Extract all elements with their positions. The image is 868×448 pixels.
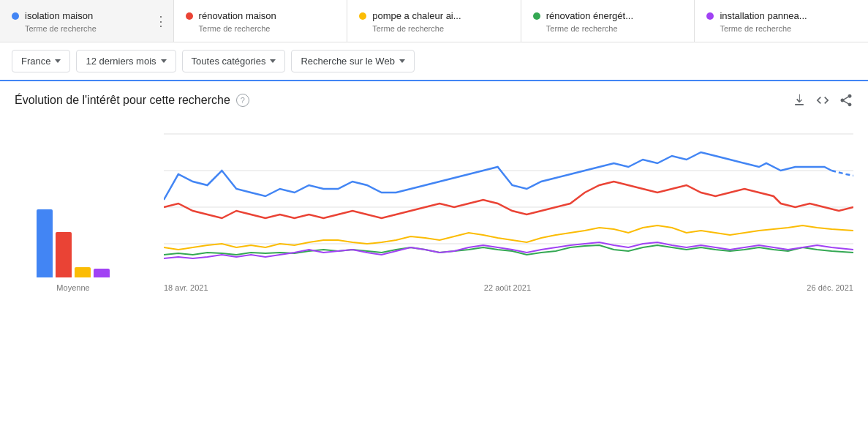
bar-3 (75, 267, 91, 277)
term-label-3: Terme de recherche (359, 24, 509, 33)
search-term-item-3[interactable]: pompe a chaleur ai... Terme de recherche (347, 0, 521, 42)
search-term-item-1[interactable]: isolation maison ⋮ Terme de recherche (0, 0, 174, 42)
category-filter[interactable]: Toutes catégories (182, 50, 286, 72)
x-axis-labels: 18 avr. 2021 22 août 2021 26 déc. 2021 (164, 280, 853, 292)
chart-actions (792, 93, 853, 108)
term-name-2: rénovation maison (199, 10, 276, 21)
period-chevron (161, 59, 167, 63)
country-filter[interactable]: France (12, 50, 70, 72)
search-term-item-2[interactable]: rénovation maison Terme de recherche (174, 0, 348, 42)
term-more-btn-1[interactable]: ⋮ (154, 13, 167, 29)
country-chevron (55, 59, 61, 63)
line-blue-dashed (831, 171, 853, 176)
term-name-3: pompe a chaleur ai... (372, 10, 461, 21)
period-label: 12 derniers mois (86, 56, 156, 67)
x-label-3: 26 déc. 2021 (807, 283, 853, 292)
search-term-item-4[interactable]: rénovation énergét... Terme de recherche (521, 0, 695, 42)
type-label: Recherche sur le Web (301, 56, 394, 67)
period-filter[interactable]: 12 derniers mois (76, 50, 176, 72)
line-red (164, 182, 853, 218)
bar-4 (94, 269, 110, 277)
average-label: Moyenne (56, 283, 89, 292)
share-icon[interactable] (839, 93, 853, 108)
category-label: Toutes catégories (192, 56, 266, 67)
chart-container: Moyenne 100 75 50 25 (15, 119, 853, 292)
term-label-4: Terme de recherche (533, 24, 683, 33)
term-label-5: Terme de recherche (706, 24, 856, 33)
chart-right: 100 75 50 25 18 avr. 2021 22 août (132, 119, 853, 292)
search-term-item-5[interactable]: installation pannea... Terme de recherch… (695, 0, 868, 42)
download-icon[interactable] (792, 93, 807, 108)
type-filter[interactable]: Recherche sur le Web (291, 50, 414, 72)
country-label: France (21, 56, 50, 67)
bar-chart (37, 190, 110, 277)
search-terms-bar: isolation maison ⋮ Terme de recherche ré… (0, 0, 868, 42)
term-dot-4 (533, 12, 540, 20)
term-label-2: Terme de recherche (186, 24, 336, 33)
filter-bar: France 12 derniers mois Toutes catégorie… (0, 42, 868, 81)
chart-header: Évolution de l'intérêt pour cette recher… (15, 93, 853, 108)
x-label-1: 18 avr. 2021 (164, 283, 208, 292)
x-label-2: 22 août 2021 (484, 283, 531, 292)
term-label-1: Terme de recherche (12, 24, 162, 33)
term-dot-5 (706, 12, 714, 20)
term-dot-3 (359, 12, 366, 20)
bar-2 (56, 232, 72, 277)
term-dot-2 (186, 12, 193, 20)
category-chevron (270, 59, 276, 63)
chart-section: Évolution de l'intérêt pour cette recher… (0, 81, 868, 304)
bar-1 (37, 209, 53, 277)
line-chart-svg: 100 75 50 25 (164, 119, 853, 280)
chart-title-row: Évolution de l'intérêt pour cette recher… (15, 94, 249, 107)
type-chevron (399, 59, 405, 63)
term-name-5: installation pannea... (720, 10, 807, 21)
term-name-4: rénovation énergét... (546, 10, 633, 21)
help-icon[interactable]: ? (236, 94, 249, 107)
chart-title: Évolution de l'intérêt pour cette recher… (15, 94, 230, 107)
code-icon[interactable] (815, 93, 830, 108)
chart-left: Moyenne (15, 190, 132, 292)
term-name-1: isolation maison (25, 10, 93, 21)
term-dot-1 (12, 12, 19, 20)
